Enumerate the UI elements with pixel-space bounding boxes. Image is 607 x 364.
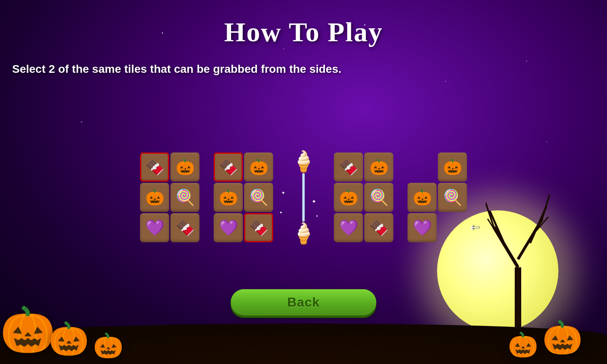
- tile-peppermint-3: 🍭: [364, 183, 393, 212]
- tile-swirl-3: 🍫: [214, 152, 243, 182]
- candy-animation: 🍦 🍦 ✦ ✦ ✦ ✦: [287, 150, 320, 245]
- tile-pumpkin-2: 🎃: [140, 183, 169, 212]
- svg-rect-0: [515, 267, 521, 328]
- tile-pumpkin-1: 🎃: [170, 152, 200, 182]
- tile-pumpkin-7: 🎃: [438, 152, 467, 182]
- game-illustration: 🍫 🎃 🎃 🍭 💜 🍫 🍫 🎃 🎃 🍭 💜 🍫 🍦 �: [140, 150, 467, 245]
- tile-swirl-5: 🍫: [334, 152, 363, 182]
- tile-swirl-4: 🍫: [244, 213, 273, 242]
- svg-line-3: [490, 211, 506, 247]
- tile-pumpkin-6: 🎃: [334, 183, 363, 212]
- grid-result: 🎃 🎃 🍭 💜 ↖: [407, 152, 467, 242]
- tile-heart-2: 💜: [214, 213, 243, 242]
- stick: [302, 173, 305, 222]
- tile-swirl-2: 🍫: [170, 213, 200, 242]
- tile-peppermint-1: 🍭: [170, 183, 200, 212]
- pumpkin-right-small: 🎃: [508, 330, 538, 359]
- grid-two-selected: 🍫 🎃 🎃 🍭 💜 🍫: [214, 152, 273, 242]
- tree-decoration: [486, 186, 550, 330]
- tile-swirl-6: 🍫: [364, 213, 393, 242]
- svg-line-6: [542, 195, 550, 219]
- pumpkin-left-large: 🎃: [0, 304, 55, 356]
- tile-pumpkin-5: 🎃: [364, 152, 393, 182]
- back-button[interactable]: Back: [231, 289, 376, 315]
- pumpkin-right-large: 🎃: [542, 319, 583, 357]
- sparkle-4: ✦: [281, 190, 285, 196]
- tile-peppermint-4: 🍭: [438, 183, 467, 212]
- tile-pumpkin-4: 🎃: [214, 183, 243, 212]
- candy-bottom: 🍦: [291, 222, 316, 245]
- tile-heart-4: 💜: [407, 213, 437, 242]
- sparkle-3: ✦: [316, 214, 318, 218]
- tile-pumpkin-8: 🎃: [407, 183, 437, 212]
- sparkle-2: ✦: [279, 210, 282, 215]
- pumpkin-left-small: 🎃: [93, 331, 123, 360]
- grid-candy-removed: 🍫 🎃 🎃 🍭 💜 🍫: [334, 152, 393, 242]
- tile-heart-1: 💜: [140, 213, 169, 242]
- sparkle-1: ✦: [312, 198, 316, 205]
- instruction-text: Select 2 of the same tiles that can be g…: [12, 63, 342, 76]
- tile-peppermint-2: 🍭: [244, 183, 273, 212]
- pumpkin-left-medium: 🎃: [49, 320, 89, 358]
- candy-top: 🍦: [291, 150, 316, 173]
- tile-heart-3: 💜: [334, 213, 363, 242]
- tile-swirl-1: 🍫: [140, 152, 169, 182]
- grid-initial: 🍫 🎃 🎃 🍭 💜 🍫: [140, 152, 200, 242]
- page-title: How To Play: [0, 16, 607, 48]
- tile-pumpkin-3: 🎃: [244, 152, 273, 182]
